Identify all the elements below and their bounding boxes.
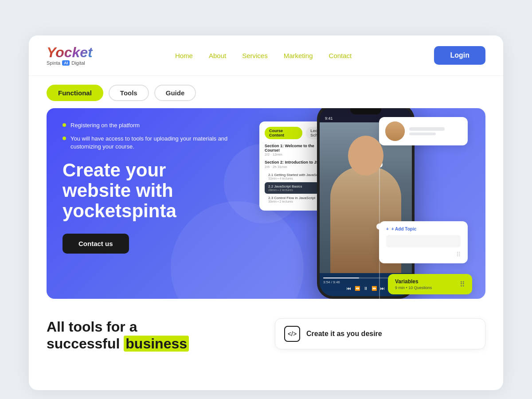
bottom-right: </> Create it as you desire [275,318,485,349]
plus-icon: + [386,227,389,231]
prev-icon[interactable]: ⏪ [355,286,360,291]
logo-name: Yocket [47,45,93,59]
nav-item-services[interactable]: Services [242,52,268,59]
nav-item-home[interactable]: Home [175,52,193,59]
highlight-word: business [124,336,189,352]
bullet-text-2: You will have access to tools for upload… [70,135,258,151]
logo-spinta: Spinta [47,60,60,66]
bullet-2: You will have access to tools for upload… [63,135,258,151]
ai-badge: AI [62,60,70,66]
sub-2-1-label: 2.1 Getting Started with JavaScript [268,173,323,177]
add-topic-input[interactable] [386,235,461,247]
variables-meta: 9 min • 10 Questions [395,286,432,290]
video-profile-card [379,117,468,145]
logo-block: Yocket Spinta AI Digital [47,45,93,66]
bullet-dot-2 [63,137,66,140]
variables-card: Variables 9 min • 10 Questions ⠿ [388,274,472,294]
profile-subtitle [409,133,436,135]
pause-icon[interactable]: ⏸ [364,286,368,291]
add-topic-card: + + Add Topic ⠿ [379,221,468,263]
nav-item-about[interactable]: About [209,52,226,59]
sub-2-3-meta: 30min • 2 lectures [268,200,315,203]
phone-time: 9:41 [325,116,333,121]
skip-forward-icon[interactable]: ⏭ [380,286,385,291]
sub-2-2-meta: 28min • 2 lectures [268,188,302,192]
add-topic-header: + + Add Topic [386,227,461,231]
logo-sub: Spinta AI Digital [47,60,93,66]
sub-2-2-label: 2.2 JavaScript Basics [268,184,302,188]
skip-back-icon[interactable]: ⏮ [347,286,351,291]
feature-label: Create it as you desire [306,330,382,338]
header: Yocket Spinta AI Digital Home About Serv… [29,35,503,76]
hero-section: Registering on the platform You will hav… [47,108,485,299]
drag-handle: ⠿ [386,251,461,258]
add-topic-label[interactable]: + Add Topic [391,227,416,231]
variables-drag-icon: ⠿ [460,280,465,289]
bottom-left: All tools for a successful business [47,318,257,352]
contact-button[interactable]: Contact us [63,234,129,254]
tabs-row: Functional Tools Guide [29,76,503,108]
profile-name [409,127,445,131]
hero-bullets: Registering on the platform You will hav… [63,121,258,151]
section-2-label: Section 2: Introduction to JS [265,160,319,164]
bottom-heading: All tools for a successful business [47,318,257,352]
page-wrapper: Yocket Spinta AI Digital Home About Serv… [0,0,532,399]
course-tab-content[interactable]: Course Content [265,127,302,139]
phone-notch [350,108,381,114]
logo-digital: Digital [71,60,85,66]
hero-text-column: Registering on the platform You will hav… [63,121,258,254]
nav-item-contact[interactable]: Contact [329,52,352,59]
main-card: Yocket Spinta AI Digital Home About Serv… [29,35,503,390]
bullet-dot-1 [63,123,66,127]
heading-line2: successful [47,336,124,352]
feature-card-create: </> Create it as you desire [275,318,485,349]
phone-progress-fill [323,278,359,278]
section-1-label: Section 1: Welcome to the Course! [265,144,326,153]
sub-2-1-meta: 32min • 4 lectures [268,177,323,180]
profile-text [409,127,462,135]
bullet-1: Registering on the platform [63,121,258,129]
tab-guide[interactable]: Guide [154,85,196,101]
sub-2-3-label: 2.3 Control Flow in JavaScript [268,196,315,200]
next-icon[interactable]: ⏩ [372,286,377,291]
nav-item-marketing[interactable]: Marketing [284,52,313,59]
nav: Home About Services Marketing Contact [175,52,352,59]
avatar [385,121,405,141]
bullet-text-1: Registering on the platform [70,121,140,129]
login-button[interactable]: Login [434,46,485,65]
tab-functional[interactable]: Functional [47,85,103,101]
bottom-section: All tools for a successful business </> … [29,308,503,363]
hero-title: Create yourwebsite withyocketspinta [63,160,258,222]
code-brackets: </> [288,330,297,337]
code-icon: </> [284,326,300,342]
tab-tools[interactable]: Tools [109,85,149,101]
person-head [348,136,383,176]
heading-line1: All tools for a [47,319,137,335]
avatar-inner [385,121,405,141]
variables-title: Variables [395,278,432,285]
